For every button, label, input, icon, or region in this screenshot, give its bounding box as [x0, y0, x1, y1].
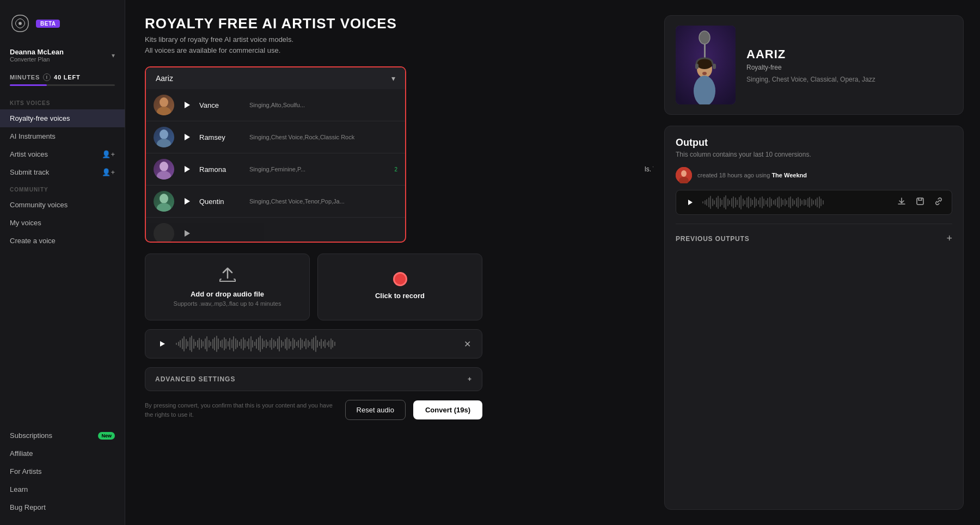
- upload-subtitle: Supports .wav,.mp3,.flac up to 4 minutes: [174, 300, 281, 307]
- sidebar-item-label: Affiliate: [10, 449, 33, 458]
- avatar: [154, 95, 174, 115]
- plus-icon: +: [468, 375, 472, 383]
- reset-audio-button[interactable]: Reset audio: [345, 400, 406, 420]
- add-track-icon: 👤+: [102, 168, 115, 176]
- overlay-text: ls. View our: [645, 165, 653, 173]
- minutes-info-icon[interactable]: i: [43, 73, 51, 81]
- previous-outputs-expand-icon: +: [946, 233, 952, 244]
- voice-name: Quentin: [199, 197, 243, 206]
- sidebar-item-create-voice[interactable]: Create a voice: [0, 232, 125, 250]
- sidebar-item-submit-track[interactable]: Submit track 👤+: [0, 163, 125, 181]
- svg-point-5: [160, 162, 168, 171]
- sidebar-item-learn[interactable]: Learn: [0, 480, 125, 498]
- output-section: Output This column contains your last 10…: [664, 126, 964, 510]
- minutes-progress-fill: [10, 84, 47, 86]
- output-meta: created 18 hours ago using The Weeknd: [697, 172, 807, 178]
- output-title: Output: [676, 137, 952, 149]
- waveform-visual: [176, 335, 455, 353]
- output-item: created 18 hours ago using The Weeknd: [676, 167, 952, 183]
- upload-icon: [219, 267, 236, 286]
- play-triangle-icon: [185, 134, 190, 140]
- download-button[interactable]: [895, 195, 908, 210]
- page-subtitle: Kits library of royalty free AI artist v…: [145, 34, 634, 55]
- svg-rect-22: [917, 198, 923, 205]
- voice-item-vance[interactable]: Vance Singing,Alto,Soulfu...: [146, 89, 405, 121]
- svg-point-8: [157, 203, 171, 212]
- output-avatar: [676, 167, 692, 183]
- svg-rect-16: [713, 64, 716, 69]
- svg-point-12: [699, 31, 710, 44]
- voice-list: Vance Singing,Alto,Soulfu... Ramsey Sing…: [146, 89, 405, 242]
- waveform-close-button[interactable]: ✕: [462, 337, 473, 351]
- artist-card: AARIZ Royalty-free Singing, Chest Voice,…: [664, 15, 964, 115]
- svg-point-0: [19, 22, 22, 25]
- play-button-quentin[interactable]: [181, 195, 193, 207]
- advanced-settings-label: ADVANCED SETTINGS: [155, 375, 235, 383]
- avatar: [154, 191, 174, 212]
- sidebar-item-my-voices[interactable]: My voices: [0, 214, 125, 232]
- voice-tags: Singing,Chest Voice,Rock,Classic Rock: [249, 134, 397, 140]
- chevron-down-icon: ▾: [391, 74, 395, 83]
- output-play-button[interactable]: [683, 195, 697, 209]
- avatar: [154, 127, 174, 147]
- save-button[interactable]: [914, 195, 927, 210]
- waveform-play-button[interactable]: [154, 336, 169, 351]
- voice-item-quentin[interactable]: Quentin Singing,Chest Voice,Tenor,Pop,Ja…: [146, 186, 405, 218]
- play-button-ramsey[interactable]: [181, 131, 193, 143]
- play-triangle-icon: [185, 102, 190, 108]
- svg-point-7: [160, 194, 168, 203]
- add-artist-icon: 👤+: [102, 150, 115, 158]
- svg-point-3: [160, 129, 168, 139]
- record-box[interactable]: Click to record: [317, 254, 482, 320]
- voice-item-partial[interactable]: [146, 218, 405, 242]
- play-button-ramona[interactable]: [181, 163, 193, 175]
- previous-outputs-label: PREVIOUS OUTPUTS: [676, 235, 749, 243]
- voice-tags: Singing,Feminine,P...: [249, 166, 385, 172]
- sidebar-item-artist-voices[interactable]: Artist voices 👤+: [0, 145, 125, 163]
- upload-record-row: Add or drop audio file Supports .wav,.mp…: [145, 254, 482, 320]
- play-triangle-icon: [185, 198, 190, 205]
- voice-tags: Singing,Chest Voice,Tenor,Pop,Ja...: [249, 198, 397, 205]
- sidebar-item-for-artists[interactable]: For Artists: [0, 462, 125, 480]
- right-panel: AARIZ Royalty-free Singing, Chest Voice,…: [653, 0, 980, 525]
- record-title: Click to record: [375, 292, 425, 300]
- artist-tags: Singing, Chest Voice, Classical, Opera, …: [746, 76, 875, 83]
- beta-badge: BETA: [36, 20, 60, 28]
- convert-button[interactable]: Convert (19s): [413, 400, 482, 419]
- sidebar-item-bug-report[interactable]: Bug Report: [0, 498, 125, 516]
- previous-outputs-row[interactable]: PREVIOUS OUTPUTS +: [676, 224, 952, 244]
- voice-item-ramona[interactable]: Ramona Singing,Feminine,P... 2: [146, 153, 405, 186]
- svg-point-18: [702, 72, 707, 75]
- upload-title: Add or drop audio file: [191, 290, 264, 298]
- sidebar-item-label: Artist voices: [10, 150, 48, 158]
- svg-point-6: [157, 171, 171, 180]
- user-plan: Converter Plan: [10, 56, 64, 63]
- copy-link-button[interactable]: [932, 195, 945, 210]
- artist-info: AARIZ Royalty-free Singing, Chest Voice,…: [746, 47, 875, 83]
- minutes-progress-bar: [10, 84, 115, 86]
- sidebar-item-affiliate[interactable]: Affiliate: [0, 444, 125, 462]
- sidebar-user[interactable]: Deanna McLean Converter Plan ▾: [0, 42, 125, 68]
- svg-rect-15: [695, 64, 699, 69]
- play-triangle-icon: [688, 200, 693, 205]
- voice-item-ramsey[interactable]: Ramsey Singing,Chest Voice,Rock,Classic …: [146, 121, 405, 153]
- sidebar-item-subscriptions[interactable]: Subscriptions New: [0, 427, 125, 444]
- sidebar-item-label: Bug Report: [10, 503, 46, 511]
- upload-box[interactable]: Add or drop audio file Supports .wav,.mp…: [145, 254, 310, 320]
- play-button-vance[interactable]: [181, 99, 193, 111]
- advanced-settings[interactable]: ADVANCED SETTINGS +: [145, 367, 482, 391]
- output-waveform-visual: [702, 195, 890, 210]
- sidebar-logo: BETA: [0, 9, 125, 42]
- sidebar-item-royalty-free-voices[interactable]: Royalty-free voices: [0, 109, 125, 127]
- sidebar-item-community-voices[interactable]: Community voices: [0, 196, 125, 214]
- play-button-partial[interactable]: [181, 227, 193, 239]
- sidebar-item-label: Subscriptions: [10, 431, 52, 440]
- community-label: COMMUNITY: [0, 181, 125, 196]
- svg-point-1: [160, 97, 168, 107]
- artist-image: [676, 26, 736, 104]
- sidebar-item-label: AI Instruments: [10, 132, 56, 140]
- output-subtitle: This column contains your last 10 conver…: [676, 151, 952, 158]
- voice-selector-header[interactable]: Aariz ▾: [146, 67, 405, 89]
- play-triangle-icon: [160, 341, 165, 347]
- sidebar-item-ai-instruments[interactable]: AI Instruments: [0, 127, 125, 145]
